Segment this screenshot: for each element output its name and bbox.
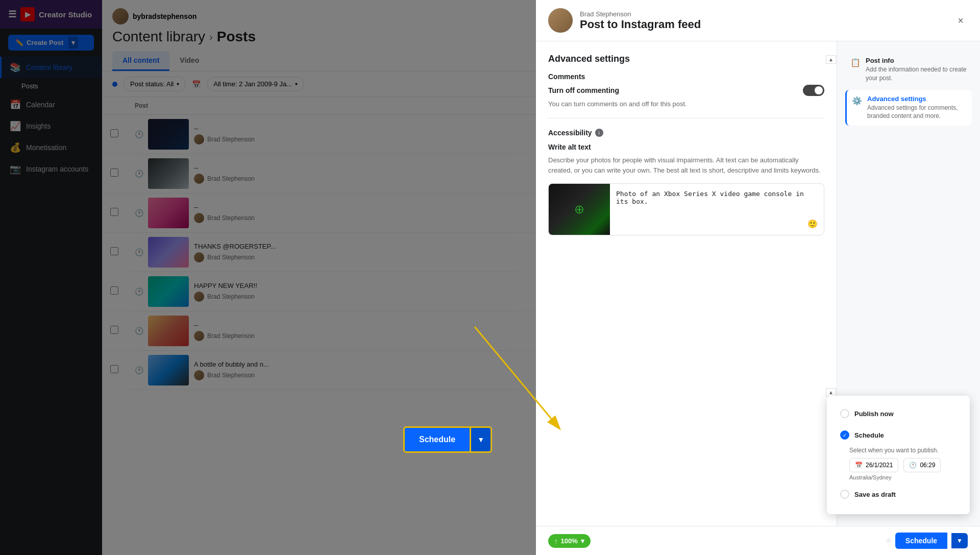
alt-text-emoji-icon[interactable]: 🙂 — [807, 220, 818, 228]
schedule-button-arrow[interactable]: ▼ — [951, 533, 968, 548]
quality-badge[interactable]: ↑ 100% ▾ — [548, 534, 591, 548]
modal-user-avatar — [548, 8, 573, 33]
advanced-settings-desc: Advanced settings for comments, branded … — [867, 104, 967, 121]
schedule-date-row: 📅 26/1/2021 🕐 06:29 — [835, 458, 962, 472]
modal-main-content: Advanced settings Comments Turn off comm… — [536, 41, 837, 526]
alt-text-box: ⊕ Photo of an Xbox Series X video game c… — [548, 183, 824, 235]
schedule-date-value: 26/1/2021 — [866, 462, 893, 469]
schedule-date-field[interactable]: 📅 26/1/2021 — [849, 458, 898, 472]
alt-text-input[interactable]: Photo of an Xbox Series X video game con… — [616, 190, 818, 213]
post-info-desc: Add the information needed to create you… — [866, 65, 967, 83]
modal-scroll-up-icon[interactable]: ▲ — [826, 55, 836, 64]
xbox-logo-icon: ⊕ — [574, 202, 584, 216]
schedule-option[interactable]: Schedule — [835, 425, 962, 445]
write-alt-text-label: Write alt text — [548, 143, 824, 151]
center-schedule-dropdown-button[interactable]: ▼ — [471, 426, 492, 453]
quality-icon: ↑ — [554, 537, 558, 545]
advanced-settings-label: Advanced settings — [867, 95, 967, 103]
post-info-icon: 📋 — [850, 58, 861, 67]
modal-close-button[interactable]: × — [953, 11, 968, 31]
center-schedule-group: Schedule ▼ — [403, 426, 492, 453]
footer-status-dot — [886, 538, 891, 543]
calendar-date-icon: 📅 — [855, 462, 863, 469]
modal-footer: ↑ 100% ▾ Schedule ▼ — [536, 526, 980, 555]
modal-title-group: Brad Stephenson Post to Instagram feed — [580, 10, 946, 31]
accessibility-info-icon[interactable]: i — [595, 129, 603, 137]
schedule-radio[interactable] — [840, 430, 849, 440]
alt-text-input-area: Photo of an Xbox Series X video game con… — [610, 184, 824, 235]
commenting-toggle[interactable] — [803, 85, 824, 96]
advanced-settings-content: Advanced settings Advanced settings for … — [867, 95, 967, 121]
clock-icon: 🕐 — [909, 462, 917, 469]
save-draft-label: Save as draft — [854, 491, 896, 498]
modal-username: Brad Stephenson — [580, 10, 946, 18]
accessibility-section-header: Accessibility i — [548, 129, 824, 137]
commenting-toggle-label: Turn off commenting — [548, 86, 619, 94]
commenting-toggle-row: Turn off commenting — [548, 85, 824, 96]
alt-text-image: ⊕ — [549, 184, 610, 235]
schedule-option-label: Schedule — [854, 431, 884, 439]
comments-section-title: Comments — [548, 73, 824, 81]
write-alt-text-group: Write alt text Describe your photos for … — [548, 143, 824, 235]
post-info-content: Post info Add the information needed to … — [866, 57, 967, 83]
modal-header: Brad Stephenson Post to Instagram feed × — [536, 0, 980, 41]
publish-now-option[interactable]: Publish now — [835, 404, 962, 423]
save-draft-radio[interactable] — [840, 490, 849, 499]
accessibility-title: Accessibility — [548, 129, 592, 137]
publish-now-label: Publish now — [854, 410, 894, 418]
commenting-toggle-desc: You can turn comments on and off for thi… — [548, 100, 824, 108]
advanced-settings-icon: ⚙️ — [852, 96, 862, 106]
center-schedule-button[interactable]: Schedule — [403, 426, 471, 453]
quality-label: 100% — [561, 537, 578, 545]
publish-now-radio[interactable] — [840, 409, 849, 418]
schedule-time-value: 06:29 — [920, 462, 935, 469]
accessibility-desc: Describe your photos for people with vis… — [548, 155, 824, 175]
schedule-button[interactable]: Schedule — [895, 533, 947, 549]
advanced-settings-title: Advanced settings — [548, 54, 824, 64]
schedule-popup: Publish now Schedule Select when you wan… — [827, 396, 970, 514]
post-info-label: Post info — [866, 57, 967, 64]
modal-title: Post to Instagram feed — [580, 18, 946, 31]
quality-arrow-icon: ▾ — [581, 537, 584, 545]
schedule-select-desc: Select when you want to publish. — [835, 447, 962, 454]
sidebar-post-info[interactable]: 📋 Post info Add the information needed t… — [845, 52, 972, 88]
footer-right: Schedule ▼ — [886, 533, 968, 549]
timezone-label: Australia/Sydney — [835, 474, 962, 480]
schedule-time-field[interactable]: 🕐 06:29 — [903, 458, 941, 472]
sidebar-advanced-settings[interactable]: ⚙️ Advanced settings Advanced settings f… — [845, 90, 972, 126]
section-divider — [548, 118, 824, 118]
save-draft-option[interactable]: Save as draft — [835, 485, 962, 504]
